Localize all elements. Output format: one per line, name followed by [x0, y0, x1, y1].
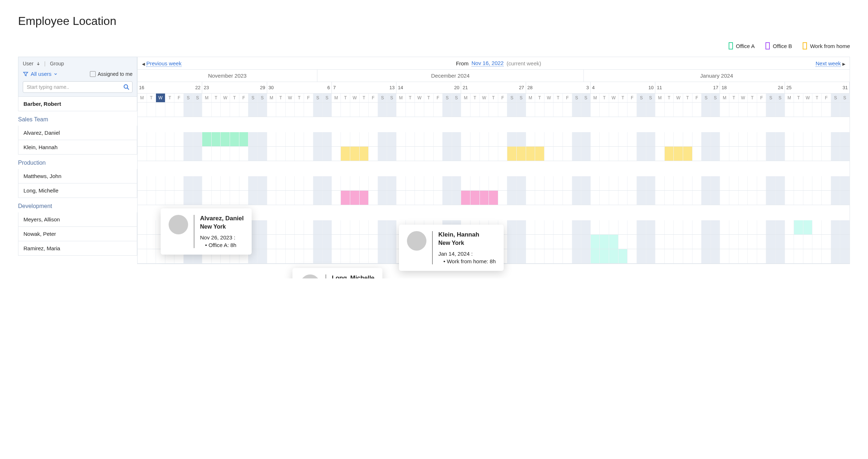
grid-cell[interactable]: [147, 220, 156, 234]
grid-cell[interactable]: [396, 176, 406, 190]
grid-cell[interactable]: [443, 147, 452, 161]
grid-cell[interactable]: [554, 220, 563, 234]
grid-cell[interactable]: [165, 132, 175, 146]
grid-cell[interactable]: [267, 191, 277, 205]
grid-cell[interactable]: [581, 235, 591, 249]
grid-cell[interactable]: [535, 147, 544, 161]
grid-cell[interactable]: [212, 191, 221, 205]
grid-cell[interactable]: [794, 176, 803, 190]
grid-cell[interactable]: [591, 249, 600, 263]
grid-cell[interactable]: [304, 191, 313, 205]
grid-cell[interactable]: [350, 220, 360, 234]
grid-cell[interactable]: [711, 147, 720, 161]
grid-cell[interactable]: [840, 249, 850, 263]
grid-cell[interactable]: [221, 147, 230, 161]
next-arrow-icon[interactable]: ▶: [842, 62, 845, 66]
grid-cell[interactable]: [803, 147, 813, 161]
grid-cell[interactable]: [332, 147, 341, 161]
grid-cell[interactable]: [812, 176, 822, 190]
grid-cell[interactable]: [313, 235, 323, 249]
grid-cell[interactable]: [840, 132, 850, 146]
grid-cell[interactable]: [702, 249, 711, 263]
grid-cell[interactable]: [286, 176, 295, 190]
grid-cell[interactable]: [350, 191, 360, 205]
grid-cell[interactable]: [248, 147, 258, 161]
grid-cell[interactable]: [591, 103, 600, 117]
grid-cell[interactable]: [572, 249, 582, 263]
grid-cell[interactable]: [812, 147, 822, 161]
grid-cell[interactable]: [711, 235, 720, 249]
grid-cell[interactable]: [378, 220, 387, 234]
grid-cell[interactable]: [295, 176, 304, 190]
grid-cell[interactable]: [729, 249, 739, 263]
grid-cell[interactable]: [572, 103, 582, 117]
grid-cell[interactable]: [581, 176, 591, 190]
grid-cell[interactable]: [248, 103, 258, 117]
grid-cell[interactable]: [665, 191, 674, 205]
grid-cell[interactable]: [554, 176, 563, 190]
grid-cell[interactable]: [720, 220, 729, 234]
grid-cell[interactable]: [544, 132, 554, 146]
grid-cell[interactable]: [785, 235, 794, 249]
grid-cell[interactable]: [424, 147, 434, 161]
grid-cell[interactable]: [655, 147, 665, 161]
user-row[interactable]: Matthews, John: [18, 169, 137, 183]
grid-cell[interactable]: [711, 249, 720, 263]
grid-cell[interactable]: [683, 147, 693, 161]
grid-cell[interactable]: [248, 176, 258, 190]
grid-cell[interactable]: [470, 176, 480, 190]
grid-cell[interactable]: [554, 235, 563, 249]
grid-cell[interactable]: [674, 176, 683, 190]
grid-cell[interactable]: [655, 191, 665, 205]
grid-cell[interactable]: [831, 147, 841, 161]
grid-cell[interactable]: [378, 249, 387, 263]
search-input[interactable]: [23, 81, 133, 93]
grid-cell[interactable]: [313, 220, 323, 234]
grid-cell[interactable]: [619, 191, 628, 205]
grid-cell[interactable]: [443, 132, 452, 146]
grid-cell[interactable]: [720, 176, 729, 190]
grid-cell[interactable]: [600, 220, 609, 234]
grid-cell[interactable]: [665, 132, 674, 146]
grid-cell[interactable]: [766, 191, 776, 205]
grid-cell[interactable]: [693, 249, 702, 263]
grid-cell[interactable]: [276, 176, 286, 190]
grid-cell[interactable]: [147, 235, 156, 249]
grid-cell[interactable]: [424, 132, 434, 146]
grid-cell[interactable]: [369, 191, 378, 205]
grid-cell[interactable]: [794, 220, 803, 234]
grid-cell[interactable]: [794, 132, 803, 146]
grid-cell[interactable]: [434, 103, 443, 117]
grid-cell[interactable]: [507, 147, 517, 161]
grid-cell[interactable]: [563, 147, 572, 161]
grid-cell[interactable]: [286, 220, 295, 234]
grid-cell[interactable]: [831, 220, 841, 234]
grid-cell[interactable]: [350, 147, 360, 161]
grid-cell[interactable]: [665, 249, 674, 263]
grid-cell[interactable]: [396, 147, 406, 161]
grid-cell[interactable]: [655, 220, 665, 234]
grid-cell[interactable]: [665, 220, 674, 234]
grid-cell[interactable]: [591, 132, 600, 146]
grid-cell[interactable]: [840, 220, 850, 234]
grid-cell[interactable]: [720, 147, 729, 161]
grid-cell[interactable]: [803, 191, 813, 205]
grid-cell[interactable]: [766, 176, 776, 190]
grid-cell[interactable]: [812, 103, 822, 117]
grid-cell[interactable]: [748, 147, 757, 161]
grid-cell[interactable]: [369, 103, 378, 117]
grid-cell[interactable]: [517, 220, 526, 234]
grid-cell[interactable]: [535, 176, 544, 190]
grid-cell[interactable]: [387, 249, 396, 263]
grid-cell[interactable]: [748, 249, 757, 263]
grid-cell[interactable]: [230, 176, 239, 190]
grid-cell[interactable]: [387, 191, 396, 205]
grid-cell[interactable]: [258, 235, 267, 249]
grid-cell[interactable]: [600, 176, 609, 190]
grid-cell[interactable]: [304, 235, 313, 249]
grid-cell[interactable]: [360, 220, 369, 234]
grid-cell[interactable]: [609, 249, 619, 263]
grid-cell[interactable]: [693, 132, 702, 146]
grid-cell[interactable]: [147, 249, 156, 263]
grid-cell[interactable]: [757, 249, 767, 263]
